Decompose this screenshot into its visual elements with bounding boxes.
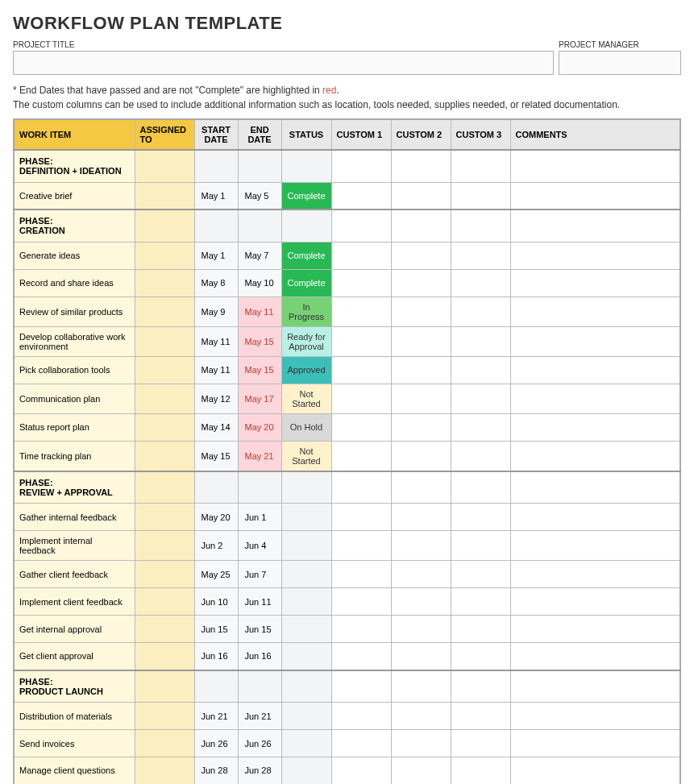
custom-cell[interactable] <box>331 730 391 757</box>
comments-cell[interactable] <box>510 588 680 616</box>
status-cell[interactable]: Ready for Approval <box>281 326 331 356</box>
custom-cell[interactable] <box>451 643 510 670</box>
status-cell[interactable] <box>281 588 331 616</box>
start-date-cell[interactable]: May 15 <box>194 441 238 471</box>
end-date-cell[interactable]: Jun 28 <box>238 757 281 785</box>
comments-cell[interactable] <box>510 643 680 670</box>
end-date-cell[interactable]: May 5 <box>238 182 281 209</box>
assigned-cell[interactable] <box>135 242 194 269</box>
start-date-cell[interactable]: Jun 28 <box>194 757 238 785</box>
status-cell[interactable]: Complete <box>281 182 331 209</box>
custom-cell[interactable] <box>451 703 510 730</box>
status-cell[interactable]: Not Started <box>281 441 331 471</box>
assigned-cell[interactable] <box>135 384 194 413</box>
start-date-cell[interactable]: May 1 <box>194 242 238 269</box>
end-date-cell[interactable]: Jun 4 <box>238 531 281 561</box>
custom-cell[interactable] <box>451 269 510 297</box>
start-date-cell[interactable]: May 14 <box>194 413 238 441</box>
start-date-cell[interactable]: May 25 <box>194 561 238 588</box>
custom-cell[interactable] <box>331 297 391 326</box>
end-date-cell[interactable]: May 15 <box>238 326 281 356</box>
end-date-cell[interactable]: Jun 11 <box>238 588 281 616</box>
custom-cell[interactable] <box>391 703 451 730</box>
end-date-cell[interactable]: May 11 <box>238 297 281 326</box>
assigned-cell[interactable] <box>135 561 194 588</box>
custom-cell[interactable] <box>451 182 510 209</box>
comments-cell[interactable] <box>510 242 680 269</box>
custom-cell[interactable] <box>391 269 451 297</box>
end-date-cell[interactable]: Jun 16 <box>238 643 281 670</box>
status-cell[interactable] <box>281 757 331 785</box>
start-date-cell[interactable]: Jun 16 <box>194 643 238 670</box>
custom-cell[interactable] <box>391 242 451 269</box>
start-date-cell[interactable]: Jun 2 <box>194 531 238 561</box>
custom-cell[interactable] <box>331 269 391 297</box>
status-cell[interactable] <box>281 504 331 531</box>
custom-cell[interactable] <box>331 384 391 413</box>
custom-cell[interactable] <box>391 504 451 531</box>
start-date-cell[interactable]: Jun 10 <box>194 588 238 616</box>
custom-cell[interactable] <box>451 730 510 757</box>
custom-cell[interactable] <box>331 531 391 561</box>
status-cell[interactable] <box>281 561 331 588</box>
start-date-cell[interactable]: May 9 <box>194 297 238 326</box>
custom-cell[interactable] <box>331 504 391 531</box>
status-cell[interactable] <box>281 730 331 757</box>
assigned-cell[interactable] <box>135 269 194 297</box>
status-cell[interactable] <box>281 616 331 643</box>
custom-cell[interactable] <box>391 441 451 471</box>
status-cell[interactable] <box>281 643 331 670</box>
custom-cell[interactable] <box>391 730 451 757</box>
project-title-input[interactable] <box>13 51 554 75</box>
custom-cell[interactable] <box>331 561 391 588</box>
custom-cell[interactable] <box>331 643 391 670</box>
start-date-cell[interactable]: Jun 26 <box>194 730 238 757</box>
assigned-cell[interactable] <box>135 297 194 326</box>
custom-cell[interactable] <box>451 757 510 785</box>
project-manager-input[interactable] <box>559 51 681 75</box>
status-cell[interactable]: Complete <box>281 242 331 269</box>
custom-cell[interactable] <box>451 616 510 643</box>
assigned-cell[interactable] <box>135 531 194 561</box>
comments-cell[interactable] <box>510 297 680 326</box>
comments-cell[interactable] <box>510 356 680 384</box>
custom-cell[interactable] <box>331 182 391 209</box>
custom-cell[interactable] <box>451 242 510 269</box>
custom-cell[interactable] <box>391 326 451 356</box>
assigned-cell[interactable] <box>135 730 194 757</box>
status-cell[interactable] <box>281 531 331 561</box>
custom-cell[interactable] <box>451 504 510 531</box>
custom-cell[interactable] <box>331 242 391 269</box>
assigned-cell[interactable] <box>135 616 194 643</box>
custom-cell[interactable] <box>331 757 391 785</box>
start-date-cell[interactable]: May 11 <box>194 356 238 384</box>
end-date-cell[interactable]: May 17 <box>238 384 281 413</box>
custom-cell[interactable] <box>331 588 391 616</box>
comments-cell[interactable] <box>510 757 680 785</box>
assigned-cell[interactable] <box>135 441 194 471</box>
custom-cell[interactable] <box>391 588 451 616</box>
end-date-cell[interactable]: Jun 1 <box>238 504 281 531</box>
end-date-cell[interactable]: May 20 <box>238 413 281 441</box>
end-date-cell[interactable]: May 10 <box>238 269 281 297</box>
assigned-cell[interactable] <box>135 703 194 730</box>
start-date-cell[interactable]: May 20 <box>194 504 238 531</box>
custom-cell[interactable] <box>391 643 451 670</box>
assigned-cell[interactable] <box>135 326 194 356</box>
assigned-cell[interactable] <box>135 643 194 670</box>
end-date-cell[interactable]: Jun 15 <box>238 616 281 643</box>
assigned-cell[interactable] <box>135 182 194 209</box>
custom-cell[interactable] <box>451 441 510 471</box>
assigned-cell[interactable] <box>135 413 194 441</box>
custom-cell[interactable] <box>451 531 510 561</box>
custom-cell[interactable] <box>391 616 451 643</box>
start-date-cell[interactable]: May 8 <box>194 269 238 297</box>
assigned-cell[interactable] <box>135 757 194 785</box>
custom-cell[interactable] <box>391 356 451 384</box>
status-cell[interactable]: On Hold <box>281 413 331 441</box>
custom-cell[interactable] <box>391 757 451 785</box>
comments-cell[interactable] <box>510 730 680 757</box>
custom-cell[interactable] <box>391 297 451 326</box>
start-date-cell[interactable]: Jun 15 <box>194 616 238 643</box>
start-date-cell[interactable]: Jun 21 <box>194 703 238 730</box>
